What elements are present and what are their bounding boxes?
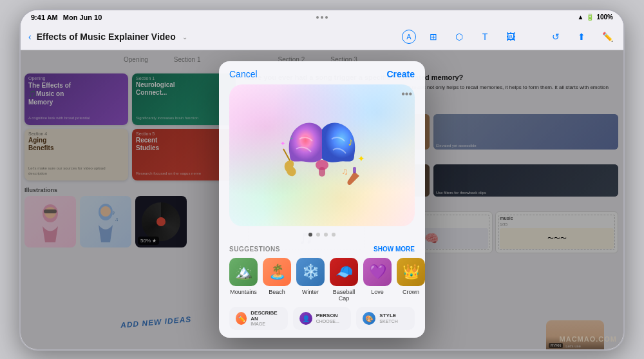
love-label: Love [371,289,384,295]
image-generation-modal: Cancel Create [219,61,425,338]
svg-rect-8 [319,167,325,177]
baseball-label: Baseball Cap [330,289,358,302]
beach-label: Beach [269,289,285,295]
modal-image-area: ♪ ♫ ♩ ✦ ✦ ••• [219,84,425,226]
modal-overlay[interactable]: Cancel Create [21,50,623,349]
suggestions-label: SUGGESTIONS [229,246,280,253]
show-more-button[interactable]: SHOW MORE [374,246,415,253]
describe-text: DESCRIBE AN IMAGE [251,311,281,327]
status-bar: 9:41 AM Mon Jun 10 ▲ 🔋 100% [21,10,623,24]
style-text: STYLE SKETCH [379,313,397,324]
status-bar-center [316,16,328,19]
table-button[interactable]: ⊞ [425,28,442,45]
crown-label: Crown [402,289,419,295]
status-bar-left: 9:41 AM Mon Jun 10 [31,14,102,21]
suggestions-header: SUGGESTIONS SHOW MORE [229,246,415,253]
suggestion-crown[interactable]: 👑 Crown [397,258,425,302]
watermark: MACMAO.COM [560,335,617,343]
dot-2 [316,233,320,237]
svg-text:✦: ✦ [280,140,285,147]
suggestions-grid: 🏔️ Mountains 🏝️ Beach ❄️ Winter [229,258,415,302]
suggestion-love[interactable]: 💜 Love [363,258,392,302]
mountains-icon: 🏔️ [229,258,258,286]
status-time: 9:41 AM [31,14,58,21]
suggestion-winter[interactable]: ❄️ Winter [296,258,325,302]
svg-text:♪: ♪ [348,135,354,148]
media-button[interactable]: 🖼 [502,28,519,45]
dot-4 [332,233,336,237]
dot-3 [324,233,328,237]
dot-1 [308,233,312,237]
winter-label: Winter [302,289,319,295]
modal-main-image: ♪ ♫ ♩ ✦ ✦ [229,84,415,226]
svg-text:♩: ♩ [290,132,294,141]
text-format-button[interactable]: A [402,30,416,44]
suggestion-beach[interactable]: 🏝️ Beach [263,258,291,302]
status-bar-right: ▲ 🔋 100% [578,14,613,21]
suggestion-mountains[interactable]: 🏔️ Mountains [229,258,258,302]
cancel-button[interactable]: Cancel [229,69,258,79]
back-button[interactable]: ‹ [28,32,32,42]
battery-icon: 🔋 [586,14,594,21]
text-button[interactable]: T [477,28,493,45]
modal-dots [219,226,425,242]
shapes-button[interactable]: ⬡ [451,28,468,45]
status-day: Mon Jun 10 [63,14,102,21]
ipad-screen: 9:41 AM Mon Jun 10 ▲ 🔋 100% ‹ Effects of… [21,10,623,349]
title-chevron-icon[interactable]: ⌄ [182,34,187,41]
canvas-area: Opening Section 1 Section 2 Section 3 Op… [21,50,623,349]
history-button[interactable]: ↺ [547,28,564,45]
svg-line-9 [283,149,290,160]
document-title: Effects of Music Explainer Video [37,32,176,42]
brain-illustration: ♪ ♫ ♩ ✦ ✦ [270,110,374,200]
winter-icon: ❄️ [296,258,325,286]
ipad-frame: 9:41 AM Mon Jun 10 ▲ 🔋 100% ‹ Effects of… [19,9,625,351]
beach-icon: 🏝️ [263,258,291,286]
edit-button[interactable]: ✏️ [599,28,616,45]
share-button[interactable]: ⬆ [573,28,590,45]
person-text: PERSON CHOOSE... [316,313,339,324]
svg-text:✦: ✦ [357,153,365,164]
person-button[interactable]: 👤 PERSON CHOOSE... [293,307,352,330]
special-inputs: ✏️ DESCRIBE AN IMAGE 👤 PERSON CHOOSE... [219,307,425,338]
modal-header: Cancel Create [219,61,425,84]
svg-rect-15 [353,167,356,173]
describe-icon: ✏️ [236,312,247,325]
battery-percent: 100% [596,14,613,21]
wifi-icon: ▲ [578,14,584,21]
svg-text:♫: ♫ [341,166,348,177]
love-icon: 💜 [363,258,392,286]
style-button[interactable]: 🎨 STYLE SKETCH [356,307,415,330]
more-options-button[interactable]: ••• [401,88,412,100]
suggestions-section: SUGGESTIONS SHOW MORE 🏔️ Mountains 🏝️ Be… [219,242,425,307]
person-icon: 👤 [299,312,312,325]
toolbar: ‹ Effects of Music Explainer Video ⌄ A ⊞… [21,24,623,50]
suggestion-baseball[interactable]: 🧢 Baseball Cap [330,258,358,302]
toolbar-icons: A ⊞ ⬡ T 🖼 ↺ ⬆ ✏️ [402,28,616,45]
style-icon: 🎨 [363,312,375,325]
describe-image-button[interactable]: ✏️ DESCRIBE AN IMAGE [229,307,288,330]
baseball-icon: 🧢 [330,258,358,286]
crown-icon: 👑 [397,258,425,286]
mountains-label: Mountains [230,289,257,295]
create-button[interactable]: Create [386,69,415,79]
